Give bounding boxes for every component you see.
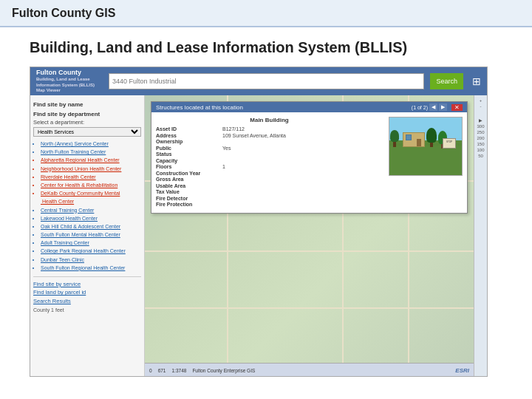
status-coord2: 671 (158, 368, 166, 373)
popup-titlebar: Structures located at this location (1 o… (151, 102, 467, 112)
list-item[interactable]: Oak Hill Child & Adolescent Center (41, 222, 141, 231)
list-item[interactable]: Lakewood Health Center (41, 214, 141, 222)
info-row: Ownership (156, 139, 383, 144)
list-item[interactable]: Central Training Center (41, 206, 141, 214)
info-label: Fire Protection (156, 202, 222, 207)
popup-body: Main Building Asset ID B127/112 Address … (151, 112, 467, 213)
gis-app-container: Fulton County Building, Land and LeaseIn… (30, 66, 488, 377)
info-row: Asset ID B127/112 (156, 126, 383, 132)
gis-logo-line1: Fulton County (36, 69, 103, 77)
info-row: Address 109 Sunset Avenue, Atlanta (156, 133, 383, 138)
gis-statusbar: 0 671 1:3748 Fulton County Enterprise GI… (145, 363, 474, 377)
list-item[interactable]: College Park Regional Health Center (41, 247, 141, 255)
gis-search-input[interactable] (109, 73, 424, 89)
status-coord1: 0 (149, 368, 152, 373)
gis-logo: Fulton County Building, Land and LeaseIn… (36, 69, 103, 94)
list-item[interactable]: DeKalb County Community Mental Health Ce… (41, 189, 141, 205)
page-subtitle: Building, Land and Lease Information Sys… (30, 39, 502, 56)
info-row: Capacity (156, 158, 383, 163)
info-label: Construction Year (156, 171, 222, 176)
info-row: Fire Detector (156, 196, 383, 201)
find-by-parcel-link[interactable]: Find land by parcel id (33, 288, 141, 296)
info-row: Usable Area (156, 183, 383, 188)
gis-map-area[interactable]: Structures located at this location (1 o… (145, 95, 474, 377)
info-row: Tax Value (156, 189, 383, 194)
list-item[interactable]: South Fulton Mental Health Center (41, 231, 141, 239)
list-item[interactable]: South Fulton Regional Health Center (41, 264, 141, 272)
popup-close-button[interactable]: ✕ (451, 104, 463, 111)
popup-title: Structures located at this location (156, 104, 243, 111)
tree-2 (430, 128, 437, 147)
esri-logo: ESRI (455, 367, 469, 374)
info-value: B127/112 (222, 126, 245, 132)
info-row: Floors 1 (156, 164, 383, 169)
list-item[interactable]: North (Annex) Service Center (41, 140, 141, 148)
gis-popup: Structures located at this location (1 o… (151, 101, 468, 214)
gis-body: Find site by name Find site by departmen… (30, 95, 487, 377)
site-list: North (Annex) Service Center North Fulto… (33, 140, 141, 272)
scale-label-6: 200 (477, 136, 484, 140)
info-value: 109 Sunset Avenue, Atlanta (222, 133, 286, 138)
county-feet-label: County 1 feet (33, 307, 141, 313)
list-item[interactable]: Alpharetta Regional Health Center (41, 156, 141, 164)
select-dept-label: Select a department: (33, 119, 141, 126)
gis-search-button[interactable]: Search (430, 73, 463, 89)
info-row: Construction Year (156, 171, 383, 176)
list-item[interactable]: Neighborhood Union Health Center (41, 165, 141, 173)
find-site-label: Find site by name (33, 101, 141, 108)
info-label: Fire Detector (156, 196, 222, 201)
info-label: Status (156, 151, 222, 157)
popup-prev-button[interactable]: ◀ (429, 103, 437, 111)
info-value: 1 (222, 164, 225, 169)
map-road (145, 250, 474, 252)
info-value: Yes (222, 146, 231, 151)
info-row: Status (156, 151, 383, 157)
info-label: Ownership (156, 139, 222, 144)
gis-grid-icon: ⊞ (472, 75, 481, 87)
popup-nav: (1 of 2) ◀ ▶ ✕ (412, 103, 463, 111)
scale-label-5: 250 (477, 130, 484, 134)
scale-label-4: 300 (477, 124, 484, 129)
scale-label-1: + (480, 98, 482, 103)
map-road (145, 307, 474, 309)
scale-label-8: 100 (477, 148, 484, 152)
info-label: Asset ID (156, 126, 222, 132)
list-item[interactable]: Adult Training Center (41, 239, 141, 247)
scale-label-7: 150 (477, 142, 484, 146)
list-item[interactable]: Riverdale Health Center (41, 173, 141, 181)
gis-left-panel: Find site by name Find site by departmen… (30, 95, 145, 377)
department-select[interactable]: Health Services (33, 127, 141, 137)
info-label: Address (156, 133, 222, 138)
left-bottom-links: Find site by service Find land by parcel… (33, 276, 141, 313)
info-label: Public (156, 146, 222, 151)
scale-label-9: 50 (478, 154, 483, 158)
popup-nav-text: (1 of 2) (412, 105, 428, 110)
list-item[interactable]: Center for Health & Rehabilitation (41, 181, 141, 189)
info-row: Public Yes (156, 146, 383, 151)
main-content: Building, Land and Lease Information Sys… (0, 27, 532, 389)
info-row: Fire Protection (156, 202, 383, 207)
scale-label-3: ▶ (479, 117, 482, 123)
list-item[interactable]: North Fulton Training Center (41, 148, 141, 156)
popup-info: Main Building Asset ID B127/112 Address … (156, 117, 383, 208)
info-label: Floors (156, 164, 222, 169)
status-scale: 1:3748 (171, 368, 186, 373)
gis-logo-line2: Building, Land and LeaseInformation Syst… (36, 77, 103, 94)
popup-section-title: Main Building (156, 117, 383, 123)
gis-topbar: Fulton County Building, Land and LeaseIn… (30, 67, 487, 95)
info-label: Gross Area (156, 177, 222, 182)
info-row: Gross Area (156, 177, 383, 182)
page-header: Fulton County GIS (0, 0, 532, 27)
info-label: Tax Value (156, 189, 222, 194)
ground (389, 146, 462, 175)
popup-next-button[interactable]: ▶ (439, 103, 447, 111)
search-results-link[interactable]: Search Results (33, 297, 141, 305)
page-title: Fulton County GIS (12, 7, 115, 20)
status-source: Fulton County Enterprise GIS (192, 368, 255, 373)
info-label: Usable Area (156, 183, 222, 188)
find-dept-label: Find site by department (33, 111, 141, 117)
list-item[interactable]: Dunbar Teen Clinic (41, 256, 141, 264)
gis-right-scale: + - ▶ 300 250 200 150 100 50 (474, 95, 487, 377)
find-by-service-link[interactable]: Find site by service (33, 280, 141, 288)
tree-1 (393, 130, 399, 147)
